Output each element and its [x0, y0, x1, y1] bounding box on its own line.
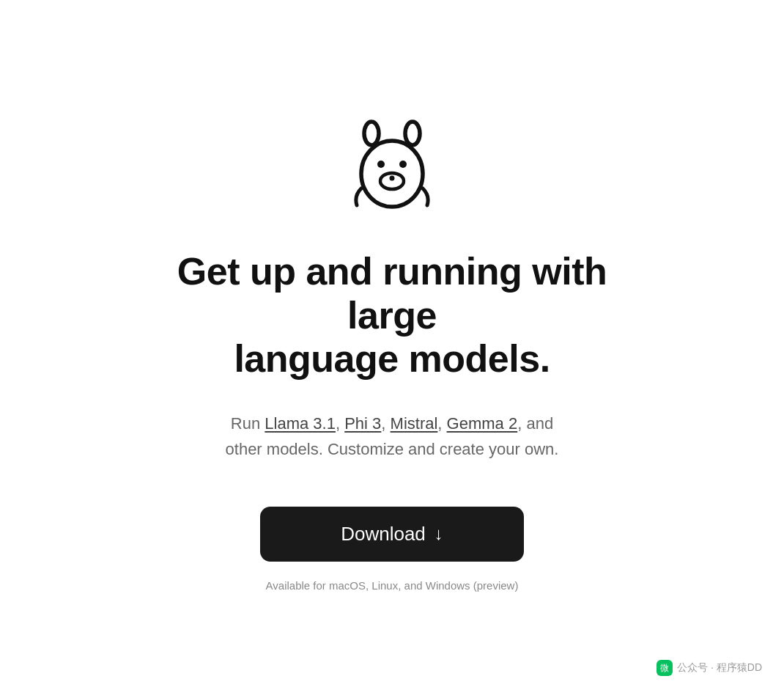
svg-point-1	[364, 122, 379, 145]
svg-point-4	[399, 161, 407, 168]
ollama-logo	[341, 104, 443, 218]
llama-link[interactable]: Llama 3.1	[265, 414, 336, 433]
svg-point-5	[380, 173, 404, 189]
svg-point-3	[377, 161, 385, 168]
gemma-link[interactable]: Gemma 2	[447, 414, 518, 433]
svg-point-2	[405, 122, 420, 145]
wechat-icon: 微	[657, 660, 673, 676]
download-button[interactable]: Download ↓	[260, 507, 524, 562]
headline-line1: Get up and running with large	[177, 250, 607, 337]
main-headline: Get up and running with large language m…	[128, 250, 656, 381]
phi-link[interactable]: Phi 3	[344, 414, 381, 433]
watermark: 微 公众号 · 程序猿DD	[657, 660, 762, 676]
mistral-link[interactable]: Mistral	[391, 414, 438, 433]
headline-line2: language models.	[234, 337, 550, 380]
download-label: Download	[341, 523, 426, 545]
availability-text: Available for macOS, Linux, and Windows …	[266, 578, 519, 595]
watermark-text: 公众号 · 程序猿DD	[677, 661, 762, 675]
download-arrow-icon: ↓	[434, 524, 443, 544]
page-container: Get up and running with large language m…	[114, 75, 670, 623]
svg-point-6	[390, 175, 395, 180]
logo-container	[341, 104, 443, 221]
subtitle-text: Run Llama 3.1, Phi 3, Mistral, Gemma 2, …	[226, 411, 559, 462]
